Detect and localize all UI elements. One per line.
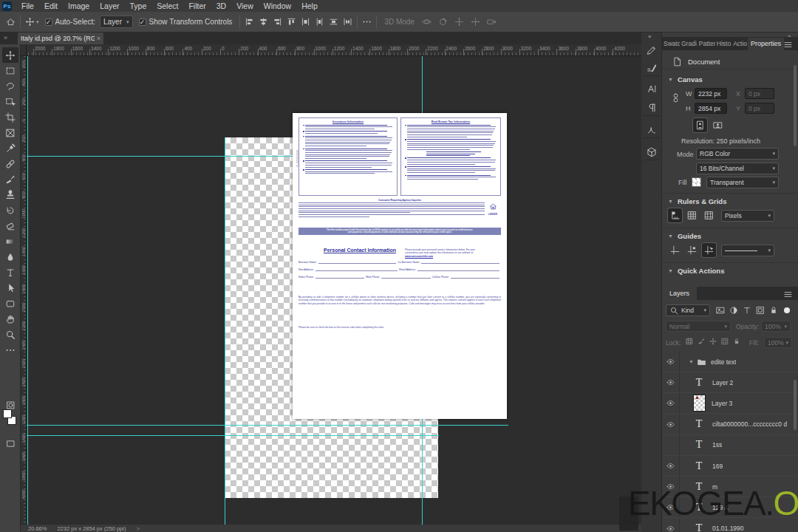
toggle-grid-button[interactable] — [685, 208, 699, 222]
auto-select-checkbox[interactable]: ✓ — [45, 18, 52, 26]
tool-healing[interactable] — [2, 156, 18, 171]
home-phone-field[interactable] — [316, 276, 364, 279]
text-layer-thumbnail[interactable]: T — [692, 522, 706, 532]
rulers-grids-section-header[interactable]: ▼ Rulers & Grids — [668, 197, 726, 205]
constrain-link-icon[interactable] — [671, 93, 681, 103]
align-top-icon[interactable] — [287, 17, 296, 27]
tool-path-select[interactable] — [2, 280, 18, 296]
layer-thumbnail[interactable] — [693, 395, 706, 412]
foreground-color-swatch[interactable] — [3, 409, 12, 418]
co-borrower-name-field[interactable] — [421, 262, 499, 265]
layer-name[interactable]: 1ss — [712, 441, 722, 449]
layer-name[interactable]: 129 A — [712, 504, 729, 511]
quick-actions-section-header[interactable]: ▼ Quick Actions — [668, 267, 724, 275]
dist-right-icon[interactable] — [329, 17, 338, 27]
text-layer-thumbnail[interactable]: T — [692, 377, 706, 389]
layer-name[interactable]: cilta0000000...cccccccc0 d — [712, 420, 787, 428]
close-tab-icon[interactable]: × — [97, 35, 100, 42]
tab-layers[interactable]: Layers — [662, 287, 697, 300]
ruler-units-dropdown[interactable]: Pixels▾ — [721, 210, 774, 222]
menu-3d[interactable]: 3D — [211, 0, 231, 12]
layer-name[interactable]: Layer 2 — [712, 379, 733, 386]
properties-scrollbar[interactable] — [794, 65, 797, 146]
layer-row-129-a[interactable]: T129 A — [662, 497, 798, 518]
menu-type[interactable]: Type — [124, 0, 151, 12]
tool-object-selection[interactable] — [2, 94, 18, 109]
smart-filter-icon[interactable] — [733, 338, 740, 345]
show-transform-checkbox[interactable]: ✓ — [139, 18, 146, 26]
photoshop-logo-icon[interactable]: Ps — [2, 1, 12, 11]
tab-actio[interactable]: Actio — [732, 38, 748, 50]
tool-frame[interactable] — [2, 125, 18, 140]
text-layer-thumbnail[interactable]: T — [692, 460, 706, 472]
shape-filter-icon[interactable] — [756, 306, 765, 315]
home-icon[interactable] — [6, 17, 16, 27]
menu-window[interactable]: Window — [259, 0, 296, 12]
tool-eraser[interactable] — [2, 218, 18, 233]
layer-visibility-eye-icon[interactable] — [662, 519, 680, 532]
type-filter-icon[interactable] — [743, 306, 751, 315]
panel-icon-paragraph-panel[interactable] — [644, 100, 659, 115]
lock-guides-button[interactable] — [685, 243, 699, 257]
expand-panels-icon[interactable]: » — [648, 33, 651, 40]
layer-visibility-eye-icon[interactable] — [662, 393, 680, 413]
fill-dropdown[interactable]: Transparent▾ — [706, 177, 779, 188]
menu-edit[interactable]: Edit — [39, 0, 63, 12]
orientation-landscape-button[interactable] — [711, 118, 725, 132]
tool-shape[interactable] — [2, 296, 18, 311]
canvas-area[interactable]: 731-4000SB 90000 Insurance Information R… — [27, 56, 641, 525]
dist-spacing-icon[interactable] — [343, 17, 352, 27]
adjustment-filter-icon[interactable] — [729, 306, 738, 315]
dist-center-icon[interactable] — [315, 17, 324, 27]
toggle-pixel-grid-button[interactable] — [702, 208, 716, 222]
tool-more[interactable] — [2, 342, 18, 358]
bit-depth-dropdown[interactable]: 16 Bits/Channel▾ — [696, 163, 779, 174]
guide-horizontal-3[interactable] — [27, 435, 439, 436]
camera-3d-icon[interactable] — [487, 17, 497, 27]
tab-gradi[interactable]: Gradi — [680, 38, 698, 50]
move-tool-icon[interactable] — [25, 17, 35, 27]
text-layer-thumbnail[interactable]: T — [692, 439, 706, 451]
tool-clone-stamp[interactable] — [2, 187, 18, 202]
new-address-field[interactable] — [316, 269, 398, 272]
fill-swatch[interactable] — [692, 177, 701, 187]
smart-filter-icon[interactable] — [769, 306, 778, 315]
tab-swatc[interactable]: Swatc — [662, 38, 680, 50]
tool-brush[interactable] — [2, 171, 18, 187]
layers-scrollbar[interactable] — [794, 380, 797, 430]
layer-visibility-eye-icon[interactable] — [662, 352, 680, 372]
document-row[interactable]: Document — [662, 55, 798, 69]
layer-visibility-eye-icon[interactable] — [662, 477, 680, 497]
layer-name[interactable]: 01.01.1990 — [712, 525, 744, 532]
tab-properties[interactable]: Properties — [748, 38, 784, 50]
layer-row-1ss[interactable]: T1ss — [662, 435, 798, 456]
status-options-icon[interactable]: > — [136, 525, 139, 532]
align-center-h-icon[interactable] — [259, 17, 268, 27]
menu-help[interactable]: Help — [296, 0, 323, 12]
height-input[interactable]: 2854 px — [695, 103, 727, 114]
layer-name[interactable]: 169 — [712, 463, 723, 470]
gridbox-icon[interactable] — [686, 338, 693, 345]
menu-layer[interactable]: Layer — [95, 0, 124, 12]
cellular-phone-field[interactable] — [451, 276, 499, 279]
layer-filter-dropdown[interactable]: Kind ▾ — [666, 304, 710, 316]
text-layer-thumbnail[interactable]: T — [692, 418, 706, 430]
tab-patter[interactable]: Patter — [698, 38, 715, 50]
layer-row-layer-3[interactable]: Layer 3 — [662, 393, 798, 414]
width-input[interactable]: 2232 px — [695, 88, 727, 99]
align-right-icon[interactable] — [273, 17, 282, 27]
dist-left-icon[interactable] — [301, 17, 310, 27]
menu-select[interactable]: Select — [151, 0, 183, 12]
roll-3d-icon[interactable] — [438, 17, 448, 27]
screen-mode-button[interactable] — [2, 436, 18, 451]
guide-horizontal-2[interactable] — [27, 425, 508, 426]
orbit-3d-icon[interactable] — [422, 17, 432, 27]
move-icon[interactable] — [709, 338, 717, 345]
tab-histo[interactable]: Histo — [715, 38, 732, 50]
vertical-ruler[interactable]: 6004002000200400600800100012001400160018… — [21, 56, 27, 525]
work-phone-field[interactable] — [381, 276, 430, 279]
menu-file[interactable]: File — [16, 0, 39, 12]
menu-filter[interactable]: Filter — [183, 0, 211, 12]
toggle-guides-button[interactable] — [668, 243, 682, 257]
panel-icon-character-panel[interactable] — [644, 81, 659, 96]
